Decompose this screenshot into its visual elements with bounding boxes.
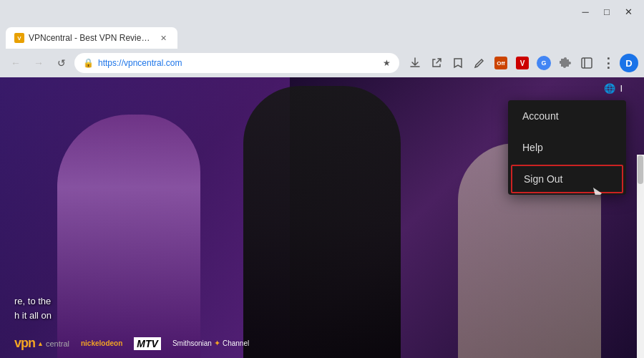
active-tab[interactable]: V VPNcentral - Best VPN Reviews... ✕ (6, 27, 177, 49)
user-bar-label: I (620, 83, 623, 94)
extensions-puzzle-icon[interactable] (555, 53, 575, 73)
google-extension[interactable]: G (534, 53, 554, 73)
scrollbar-thumb[interactable] (638, 155, 643, 184)
overlay-line1: re, to the (14, 294, 52, 309)
vpn-text: vpn (14, 336, 35, 351)
account-menu-item[interactable]: Account (508, 100, 626, 132)
mtv-logo: MTV (134, 337, 161, 350)
minimize-button[interactable]: ─ (575, 4, 595, 19)
smithsonian-logo: Smithsonian ✦ Channel (172, 339, 249, 348)
vpncentral-logo: vpn ▲ central (14, 336, 69, 351)
menu-more-icon[interactable]: ⋮ (598, 53, 618, 73)
title-bar: ─ □ ✕ (0, 0, 644, 23)
scrollbar[interactable] (637, 155, 644, 358)
sidebar-toggle-icon[interactable] (577, 53, 597, 73)
brand-logos: vpn ▲ central nickelodeon MTV Smithsonia… (14, 336, 249, 351)
close-button[interactable]: ✕ (618, 4, 638, 19)
globe-user-area[interactable]: 🌐 I (604, 83, 623, 94)
address-box[interactable]: 🔒 https://vpncentral.com ★ (74, 53, 399, 73)
refresh-button[interactable]: ↺ (52, 53, 72, 73)
svg-rect-0 (582, 58, 592, 68)
help-menu-item[interactable]: Help (508, 132, 626, 163)
maximize-button[interactable]: □ (597, 4, 617, 19)
tab-favicon: V (14, 33, 24, 43)
pen-icon[interactable] (469, 53, 489, 73)
vpn-off-extension[interactable]: Off (491, 53, 511, 73)
share-icon[interactable] (426, 53, 447, 73)
tab-title: VPNcentral - Best VPN Reviews... (29, 33, 153, 43)
sign-out-menu-item[interactable]: Sign Out (511, 165, 623, 193)
url-text: https://vpncentral.com (98, 58, 379, 68)
tab-close-button[interactable]: ✕ (157, 32, 169, 44)
overlay-line2: h it all on (14, 309, 52, 323)
central-text: central (46, 339, 69, 348)
overlay-text: re, to the h it all on (14, 294, 52, 322)
toolbar-icons: Off V G ⋮ D (405, 53, 638, 73)
back-button[interactable]: ← (6, 53, 26, 73)
figure-left (57, 115, 200, 358)
dropdown-menu: Account Help Sign Out (508, 100, 626, 195)
profile-button[interactable]: D (620, 54, 638, 72)
bookmark-icon[interactable] (448, 53, 468, 73)
download-icon[interactable] (405, 53, 425, 73)
forward-button[interactable]: → (29, 53, 49, 73)
vpn-off-badge: Off (494, 57, 507, 69)
tab-bar: V VPNcentral - Best VPN Reviews... ✕ (0, 23, 644, 49)
address-bar-row: ← → ↺ 🔒 https://vpncentral.com ★ Off (0, 49, 644, 77)
globe-icon: 🌐 (604, 83, 615, 94)
vpn-red-badge: V (516, 57, 529, 69)
nickelodeon-logo: nickelodeon (81, 339, 122, 347)
vpn-red-extension[interactable]: V (512, 53, 532, 73)
page-content: re, to the h it all on vpn ▲ central nic… (0, 77, 644, 358)
cursor-indicator (593, 188, 602, 195)
figure-center (243, 86, 401, 358)
google-ext-badge: G (537, 56, 551, 70)
